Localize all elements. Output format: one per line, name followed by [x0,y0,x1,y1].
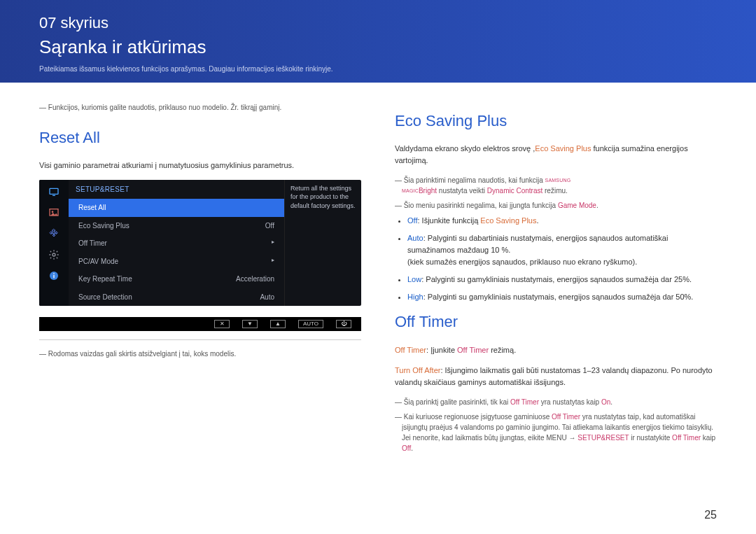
text: režimą. [489,346,516,354]
osd-main: SETUP&RESET Reset All Eco Saving Plus Of… [69,180,284,307]
off-timer-note-1: Šią parinktį galite pasirinkti, tik kai … [395,397,717,407]
text: . [610,398,612,406]
up-icon[interactable]: ▲ [270,320,286,328]
svg-point-3 [52,211,54,213]
dynamic-contrast-label: Dynamic Contrast [487,187,542,195]
chapter-subtitle: Pateikiamas išsamus kiekvienos funkcijos… [39,65,717,73]
on-ref: On [601,398,610,406]
reset-all-heading: Reset All [39,126,361,150]
bullet-label: High [407,293,424,301]
text: . [596,202,598,209]
osd-row-key-repeat[interactable]: Key Repeat Time Acceleration [69,270,284,288]
eco-bullets: Off: Išjunkite funkciją Eco Saving Plus.… [395,215,717,303]
off-timer-note-2: Kai kuriuose regionuose įsigytuose gamin… [395,412,717,454]
text: : Palyginti su gamykliniais nustatymais,… [421,275,692,283]
text: ir nustatykite [629,434,672,442]
eco-link: Eco Saving Plus [480,216,536,225]
info-icon [47,269,61,282]
svg-rect-0 [50,188,58,194]
text: Šio meniu pasirinkti negalima, kai įjung… [404,202,558,209]
osd-row-off-timer[interactable]: Off Timer ▸ [69,234,284,253]
osd-row-source-detection[interactable]: Source Detection Auto [69,288,284,307]
chevron-right-icon: ▸ [272,256,274,267]
close-icon[interactable]: ✕ [214,320,230,328]
reset-all-desc: Visi gaminio parametrai atkuriami į numa… [39,160,361,171]
osd-row-value: Auto [260,292,274,303]
osd-row-label: Source Detection [78,292,132,303]
chapter-title: Sąranka ir atkūrimas [39,36,717,58]
bullet-low: Low: Palyginti su gamykliniais nustatyma… [407,274,717,286]
text: kaip [701,434,715,442]
off-timer-ref: Off Timer [672,434,701,442]
bullet-label: Auto [407,234,424,242]
auto-button[interactable]: AUTO [298,320,323,328]
osd-row-label: Eco Saving Plus [78,220,130,232]
eco-saving-heading: Eco Saving Plus [395,109,717,133]
osd-row-label: PC/AV Mode [78,256,118,267]
eco-link: Eco Saving Plus [535,144,591,153]
osd-row-label: Off Timer [78,238,107,249]
osd-image-note: Rodomas vaizdas gali skirtis atsižvelgia… [39,349,361,360]
text: : Palyginti su gamykliniais nustatymais,… [424,293,694,301]
off-timer-ref: Off Timer [510,398,539,406]
text: . [536,216,538,225]
off-timer-para: Off Timer: Įjunkite Off Timer režimą. [395,344,717,356]
text: Šią parinktį galite pasirinkti, tik kai [404,398,510,406]
text: : Išjunkite funkciją [417,216,480,225]
turn-off-after-para: Turn Off After: Išjungimo laikmatis gali… [395,365,717,388]
osd-footer: ✕ ▼ ▲ AUTO ⏻ [39,317,361,331]
picture-icon [47,206,61,219]
model-note: Funkcijos, kuriomis galite naudotis, pri… [39,102,361,113]
svg-point-4 [52,253,55,256]
right-column: Eco Saving Plus Valdydama ekrano skydo e… [395,102,717,458]
osd-row-value: Acceleration [236,274,274,285]
bullet-label: Low [407,275,421,283]
off-timer-heading: Off Timer [395,310,717,334]
eco-intro: Valdydama ekrano skydo elektros srovę ,E… [395,143,717,167]
text: Kai kuriuose regionuose įsigytuose gamin… [404,413,552,421]
osd-sidebar [39,180,69,307]
eco-note-2: Šio meniu pasirinkti negalima, kai įjung… [395,200,717,211]
text: yra nustatytas kaip [539,398,601,406]
osd-description: Return all the settings for the product … [284,180,361,307]
text: . [411,444,413,452]
left-column: Funkcijos, kuriomis galite naudotis, pri… [39,102,361,458]
bullet-off: Off: Išjunkite funkciją Eco Saving Plus. [407,215,717,227]
game-mode-label: Game Mode [558,202,596,209]
separator [39,339,361,340]
osd-row-eco-saving[interactable]: Eco Saving Plus Off [69,217,284,235]
osd-row-reset-all[interactable]: Reset All [69,199,284,217]
osd-row-pc-av[interactable]: PC/AV Mode ▸ [69,253,284,271]
svg-rect-7 [53,273,54,274]
monitor-icon [47,185,61,198]
osd-block: SETUP&RESET Reset All Eco Saving Plus Of… [39,180,361,332]
bullet-label: Off [407,216,417,225]
bullet-auto: Auto: Palyginti su dabartiniais nustatym… [407,232,717,268]
chapter-header: 07 skyrius Sąranka ir atkūrimas Pateikia… [0,0,756,83]
off-timer-label: Off Timer [395,346,426,354]
content-columns: Funkcijos, kuriomis galite naudotis, pri… [0,83,756,458]
move-icon [47,227,61,240]
off-ref: Off [402,444,411,452]
svg-rect-6 [53,274,54,278]
text: : Įjunkite [426,346,457,354]
setup-reset-ref: SETUP&RESET [578,434,629,442]
power-icon[interactable]: ⏻ [336,320,351,328]
bullet-high: High: Palyginti su gamykliniais nustatym… [407,291,717,303]
chapter-number: 07 skyrius [39,14,717,32]
text: (kiek sumažės energijos sąnaudos, prikla… [407,258,637,266]
svg-rect-1 [52,195,55,195]
text: Šia parinktimi negalima naudotis, kai fu… [404,176,545,184]
page-number: 25 [704,509,717,521]
text: Valdydama ekrano skydo elektros srovę , [395,144,535,153]
bright-label: Bright [419,187,437,195]
down-icon[interactable]: ▼ [242,320,258,328]
osd-row-label: Key Repeat Time [78,274,132,285]
eco-note-1: Šia parinktimi negalima naudotis, kai fu… [395,175,717,196]
turn-off-after-label: Turn Off After [395,366,440,374]
text: režimu. [542,187,568,195]
osd-row-label: Reset All [78,202,106,213]
osd-row-value: Off [265,220,274,232]
osd-window: SETUP&RESET Reset All Eco Saving Plus Of… [39,180,361,307]
gear-icon [47,248,61,261]
